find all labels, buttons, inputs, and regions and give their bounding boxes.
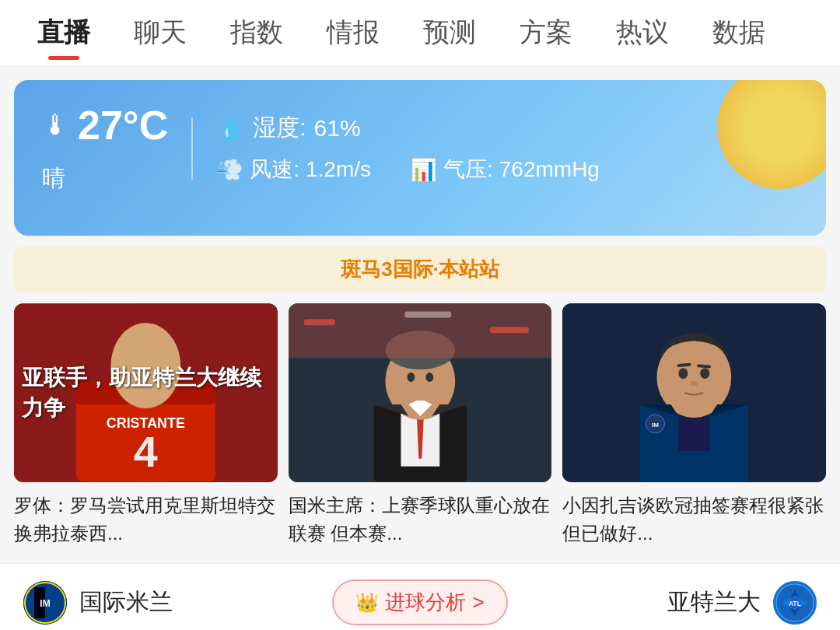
weather-condition: 晴	[42, 165, 65, 191]
wind-icon: 💨	[216, 157, 243, 183]
pressure-icon: 📊	[410, 157, 437, 183]
featured-banner[interactable]: 斑马3国际·本站站	[14, 247, 826, 292]
svg-point-32	[691, 381, 698, 386]
nav-item-chat[interactable]: 聊天	[112, 0, 208, 66]
news-grid: CRISTANTE 4 亚联手，助亚特兰大继续力争 罗体：罗马尝试用克里斯坦特交…	[0, 303, 840, 548]
news-card-cristante[interactable]: CRISTANTE 4 亚联手，助亚特兰大继续力争 罗体：罗马尝试用克里斯坦特交…	[14, 303, 278, 548]
svg-point-17	[407, 373, 415, 382]
goal-btn-arrow: >	[472, 590, 484, 614]
nav-item-predict[interactable]: 预测	[401, 0, 498, 66]
news-title-2: 小因扎吉谈欧冠抽签赛程很紧张但已做好...	[562, 492, 826, 548]
featured-banner-text: 斑马3国际·本站站	[341, 257, 499, 281]
svg-rect-20	[304, 319, 335, 325]
team-bar: IM 国际米兰 👑 进球分析 > 亚特兰大 ATL	[0, 563, 840, 630]
nav-item-live[interactable]: 直播	[16, 0, 112, 66]
news-card-marotta[interactable]: 国米主席：上赛季球队重心放在联赛 但本赛...	[289, 303, 552, 548]
thermometer-icon: 🌡	[42, 109, 70, 142]
svg-point-18	[425, 373, 433, 382]
svg-rect-22	[404, 311, 451, 317]
svg-text:IM: IM	[40, 598, 50, 609]
nav-item-index[interactable]: 指数	[208, 0, 305, 66]
svg-text:ATL: ATL	[789, 599, 801, 607]
news-title-1: 国米主席：上赛季球队重心放在联赛 但本赛...	[289, 492, 552, 548]
pressure-value: 762mmHg	[499, 157, 600, 182]
goal-btn-label: 进球分析	[385, 589, 466, 616]
overlay-text: 亚联手，助亚特兰大继续力争	[14, 303, 278, 482]
crown-icon: 👑	[355, 592, 379, 614]
wind-label: 风速:	[250, 155, 299, 184]
pressure-label: 气压:	[443, 155, 493, 184]
svg-point-29	[701, 368, 710, 379]
atalanta-logo: ATL	[773, 581, 817, 625]
nav-bar: 直播 聊天 指数 情报 预测 方案 热议 数据	[0, 0, 840, 66]
humidity-value: 61%	[314, 115, 361, 142]
weather-divider	[191, 117, 193, 180]
svg-point-28	[679, 368, 688, 379]
weather-card: 🌡 27°C 晴 💧 湿度: 61% 💨 风速: 1.2m/s �	[14, 80, 826, 236]
left-team-name: 国际米兰	[79, 586, 173, 618]
svg-text:IM: IM	[652, 422, 659, 429]
svg-rect-21	[490, 327, 529, 333]
humidity-icon: 💧	[216, 114, 245, 142]
humidity-label: 湿度:	[253, 112, 306, 144]
nav-item-plan[interactable]: 方案	[498, 0, 594, 66]
right-team-name: 亚特兰大	[667, 586, 761, 618]
overlay-headline: 亚联手，助亚特兰大继续力争	[22, 362, 270, 423]
inter-logo: IM	[23, 581, 67, 625]
nav-item-data[interactable]: 数据	[691, 0, 787, 66]
team-right: 亚特兰大 ATL	[667, 581, 817, 625]
goal-analysis-button[interactable]: 👑 进球分析 >	[332, 579, 507, 625]
wind-value: 1.2m/s	[306, 157, 371, 182]
temperature-value: 27°C	[78, 102, 168, 149]
news-card-inzaghi[interactable]: IM 小因扎吉谈欧冠抽签赛程很紧张但已做好...	[562, 303, 826, 548]
nav-item-intel[interactable]: 情报	[305, 0, 401, 66]
nav-item-hot[interactable]: 热议	[594, 0, 691, 66]
team-left: IM 国际米兰	[23, 581, 173, 625]
news-title-0: 罗体：罗马尝试用克里斯坦特交换弗拉泰西...	[14, 492, 278, 548]
